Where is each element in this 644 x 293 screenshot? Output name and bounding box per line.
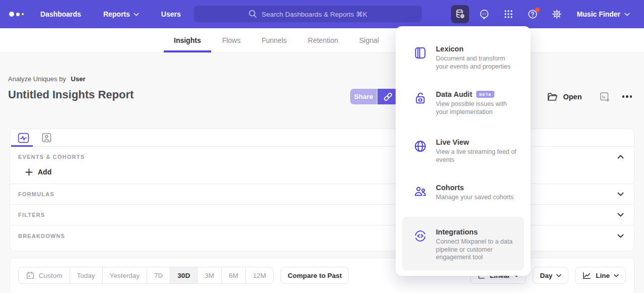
settings-button[interactable] <box>548 5 566 23</box>
interval-dropdown[interactable]: Day <box>533 267 568 284</box>
globe-icon <box>413 138 427 164</box>
chevron-up-icon <box>617 155 624 159</box>
menu-item-title: Integrations <box>436 228 519 236</box>
filters-section-header[interactable]: FILTERS <box>10 205 634 225</box>
menu-item-desc: View a live streaming feed of events <box>436 148 519 164</box>
range-custom-label: Custom <box>39 272 62 279</box>
help-button[interactable] <box>524 5 542 23</box>
notification-dot <box>535 8 540 12</box>
nav-reports[interactable]: Reports <box>103 10 139 18</box>
menu-item-title: Data Audit BETA <box>436 90 519 98</box>
add-label: Add <box>38 168 51 176</box>
primary-nav: Dashboards Reports Users <box>40 10 181 18</box>
more-options-button[interactable] <box>622 95 632 98</box>
events-cohorts-section: EVENTS & COHORTS Add <box>10 147 634 184</box>
range-3m[interactable]: 3M <box>197 267 221 283</box>
breakdowns-label: BREAKDOWNS <box>18 233 65 239</box>
gear-icon <box>551 9 562 20</box>
beta-badge: BETA <box>476 91 494 98</box>
range-7d[interactable]: 7D <box>147 267 170 283</box>
users-mode-tab[interactable] <box>41 129 52 147</box>
chevron-down-icon <box>614 274 619 277</box>
menu-item-desc: View possible issues with your implement… <box>436 100 519 116</box>
tab-signal[interactable]: Signal <box>359 28 379 52</box>
open-label: Open <box>563 93 582 101</box>
data-management-button[interactable] <box>451 5 469 23</box>
pulse-chart-icon <box>17 132 30 144</box>
link-icon <box>382 91 394 102</box>
nav-reports-label: Reports <box>103 10 130 18</box>
metrics-mode-tab[interactable] <box>17 129 30 147</box>
chevron-down-icon <box>134 13 139 16</box>
global-search-input[interactable]: Search Dashboards & Reports ⌘K <box>194 6 422 22</box>
interval-label: Day <box>540 272 552 279</box>
events-cohorts-label: EVENTS & COHORTS <box>18 154 85 160</box>
speech-bubble-icon <box>479 9 490 20</box>
range-yesterday[interactable]: Yesterday <box>102 267 147 283</box>
nav-users[interactable]: Users <box>161 10 181 18</box>
formulas-section-header[interactable]: FORMULAS <box>10 184 634 205</box>
database-gear-icon <box>455 9 466 20</box>
people-icon <box>413 184 427 202</box>
breakdowns-section-header[interactable]: BREAKDOWNS <box>10 225 634 246</box>
grid-dots-icon <box>503 9 513 19</box>
range-6m[interactable]: 6M <box>221 267 245 283</box>
chart-type-dropdown[interactable]: Line <box>575 267 626 284</box>
menu-item-title: Lexicon <box>436 45 519 53</box>
project-name: Music Finder <box>577 10 620 18</box>
chart-plus-icon <box>599 91 610 102</box>
search-icon <box>248 10 257 18</box>
analyze-entity-selector[interactable]: User <box>71 75 86 83</box>
share-button[interactable]: Share <box>350 89 377 104</box>
menu-item-title: Live View <box>436 138 519 146</box>
menu-item-live-view[interactable]: Live View View a live streaming feed of … <box>402 133 524 169</box>
lexicon-book-icon <box>413 45 427 71</box>
range-30d[interactable]: 30D <box>170 267 197 283</box>
add-to-dashboard-button[interactable] <box>599 91 610 102</box>
chevron-down-icon <box>624 13 630 16</box>
top-navigation-bar: Dashboards Reports Users Search Dashboar… <box>0 0 644 28</box>
apps-grid-button[interactable] <box>499 5 518 23</box>
menu-item-data-audit[interactable]: Data Audit BETA View possible issues wit… <box>402 85 524 121</box>
plus-icon <box>25 168 33 176</box>
add-event-button[interactable]: Add <box>10 160 634 176</box>
sync-arrows-icon <box>413 228 427 265</box>
tab-insights[interactable]: Insights <box>174 28 201 52</box>
feedback-button[interactable] <box>475 5 493 23</box>
formulas-label: FORMULAS <box>18 191 54 197</box>
chevron-down-icon <box>617 192 624 196</box>
compare-to-past-button[interactable]: Compare to Past <box>281 267 349 284</box>
range-12m[interactable]: 12M <box>245 267 273 283</box>
menu-item-title: Cohorts <box>436 184 513 192</box>
open-report-button[interactable]: Open <box>547 92 582 102</box>
project-switcher[interactable]: Music Finder <box>577 10 630 18</box>
data-management-dropdown-menu: Lexicon Document and transform your even… <box>396 26 531 276</box>
nav-dashboards[interactable]: Dashboards <box>40 10 81 18</box>
chart-type-label: Line <box>596 272 610 279</box>
collapse-events-button[interactable] <box>617 155 624 159</box>
menu-item-cohorts[interactable]: Cohorts Manage your saved cohorts <box>402 179 524 207</box>
insights-page: Analyze Uniques by User Untitled Insight… <box>0 53 644 293</box>
person-icon <box>41 132 52 143</box>
menu-item-desc: Connect Mixpanel to a data pipeline or c… <box>436 238 519 262</box>
tab-retention[interactable]: Retention <box>308 28 338 52</box>
date-range-segmented-control: Custom Today Yesterday 7D 30D 3M 6M 12M <box>18 267 274 284</box>
range-custom[interactable]: Custom <box>19 267 70 283</box>
page-title[interactable]: Untitled Insights Report <box>8 88 134 101</box>
share-group: Share <box>350 89 398 104</box>
mixpanel-logo[interactable] <box>9 0 24 28</box>
menu-item-desc: Document and transform your events and p… <box>436 55 519 71</box>
tab-funnels[interactable]: Funnels <box>262 28 287 52</box>
menu-item-integrations[interactable]: Integrations Connect Mixpanel to a data … <box>402 217 524 270</box>
calendar-icon <box>26 271 35 280</box>
menu-item-lexicon[interactable]: Lexicon Document and transform your even… <box>402 40 524 76</box>
query-mode-tabs <box>10 129 634 147</box>
query-builder-card: EVENTS & COHORTS Add FORMULAS FILTERS BR… <box>10 129 634 251</box>
data-audit-lock-icon <box>413 90 427 116</box>
topbar-right-group: Music Finder <box>451 0 630 28</box>
report-type-tabs: Insights Flows Funnels Retention Signal … <box>0 28 644 53</box>
copy-link-button[interactable] <box>377 89 398 104</box>
range-today[interactable]: Today <box>70 267 102 283</box>
chevron-down-icon <box>556 274 561 277</box>
tab-flows[interactable]: Flows <box>222 28 241 52</box>
